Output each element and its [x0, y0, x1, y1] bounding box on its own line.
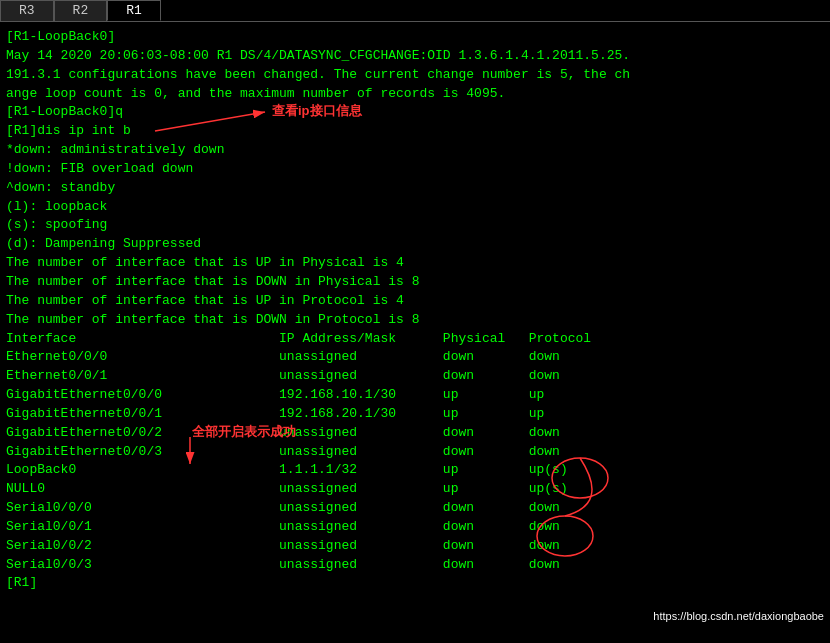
terminal-line-3: ange loop count is 0, and the maximum nu…	[6, 85, 824, 104]
terminal-line-28: Serial0/0/2 unassigned down down	[6, 537, 824, 556]
tab-r3[interactable]: R3	[0, 0, 54, 21]
tab-r1[interactable]: R1	[107, 0, 161, 21]
terminal-line-0: [R1-LoopBack0]	[6, 28, 824, 47]
terminal-line-15: The number of interface that is DOWN in …	[6, 311, 824, 330]
content-area: [R1-LoopBack0]May 14 2020 20:06:03-08:00…	[0, 24, 830, 624]
terminal-line-14: The number of interface that is UP in Pr…	[6, 292, 824, 311]
terminal-line-5: [R1]dis ip int b	[6, 122, 824, 141]
terminal-line-10: (s): spoofing	[6, 216, 824, 235]
terminal-line-8: ^down: standby	[6, 179, 824, 198]
terminal-line-21: GigabitEthernet0/0/1 192.168.20.1/30 up …	[6, 405, 824, 424]
terminal-line-23: GigabitEthernet0/0/3 unassigned down dow…	[6, 443, 824, 462]
terminal-line-25: NULL0 unassigned up up(s)	[6, 480, 824, 499]
terminal-line-19: Ethernet0/0/1 unassigned down down	[6, 367, 824, 386]
terminal-line-27: Serial0/0/1 unassigned down down	[6, 518, 824, 537]
terminal-line-4: [R1-LoopBack0]q	[6, 103, 824, 122]
tab-bar: R3 R2 R1	[0, 0, 830, 22]
terminal-line-1: May 14 2020 20:06:03-08:00 R1 DS/4/DATAS…	[6, 47, 824, 66]
terminal-line-26: Serial0/0/0 unassigned down down	[6, 499, 824, 518]
terminal: [R1-LoopBack0]May 14 2020 20:06:03-08:00…	[0, 24, 830, 624]
terminal-line-12: The number of interface that is UP in Ph…	[6, 254, 824, 273]
tab-r2[interactable]: R2	[54, 0, 108, 21]
terminal-line-9: (l): loopback	[6, 198, 824, 217]
terminal-line-20: GigabitEthernet0/0/0 192.168.10.1/30 up …	[6, 386, 824, 405]
terminal-line-17: Interface IP Address/Mask Physical Proto…	[6, 330, 824, 349]
terminal-line-29: Serial0/0/3 unassigned down down	[6, 556, 824, 575]
terminal-line-11: (d): Dampening Suppressed	[6, 235, 824, 254]
terminal-line-6: *down: administratively down	[6, 141, 824, 160]
terminal-line-7: !down: FIB overload down	[6, 160, 824, 179]
terminal-line-13: The number of interface that is DOWN in …	[6, 273, 824, 292]
footer-url: https://blog.csdn.net/daxiongbaobe	[647, 608, 830, 624]
terminal-line-30: [R1]	[6, 574, 824, 593]
terminal-line-18: Ethernet0/0/0 unassigned down down	[6, 348, 824, 367]
terminal-line-24: LoopBack0 1.1.1.1/32 up up(s)	[6, 461, 824, 480]
terminal-line-2: 191.3.1 configurations have been changed…	[6, 66, 824, 85]
terminal-line-22: GigabitEthernet0/0/2 unassigned down dow…	[6, 424, 824, 443]
